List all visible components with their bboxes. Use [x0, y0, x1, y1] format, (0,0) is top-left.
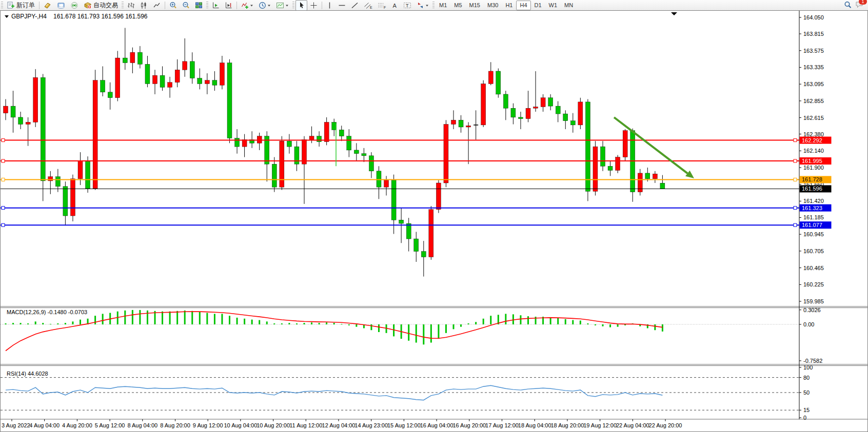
- text-label-tool-button[interactable]: T: [401, 0, 414, 11]
- autotrading-button[interactable]: 自动交易: [81, 0, 121, 11]
- equidistant-channel-tool-button[interactable]: E: [361, 0, 375, 11]
- candlestick-chart-button[interactable]: [137, 0, 150, 11]
- line-handle[interactable]: [794, 159, 797, 162]
- chart-shift-marker-icon[interactable]: [671, 12, 677, 15]
- new-order-button[interactable]: 新订单: [4, 0, 37, 11]
- fibonacci-tool-button[interactable]: F: [375, 0, 389, 11]
- svg-text:161.728: 161.728: [802, 176, 822, 182]
- toolbar-separator: [39, 2, 40, 9]
- time-axis-label: 4 Aug 04:00: [29, 422, 60, 428]
- annotations-layer[interactable]: [336, 117, 694, 178]
- history-center-button[interactable]: [41, 0, 54, 11]
- rsi-indicator-label: RSI(14) 44.6028: [7, 371, 48, 377]
- timeframe-button-m15[interactable]: M15: [466, 1, 484, 10]
- rsi-axis-tick: 15: [803, 407, 810, 413]
- auto-scroll-icon: [212, 2, 220, 9]
- timeframe-button-m1[interactable]: M1: [436, 1, 450, 10]
- timeframe-button-h4[interactable]: H4: [516, 1, 530, 10]
- tile-windows-button[interactable]: [192, 0, 205, 11]
- time-axis-label: 5 Aug 12:00: [95, 422, 125, 428]
- price-axis-tick: 161.420: [803, 198, 824, 204]
- indicators-button[interactable]: [239, 0, 256, 11]
- price-axis-tick: 160.225: [803, 281, 824, 287]
- search-icon[interactable]: [844, 1, 852, 9]
- zoom-in-button[interactable]: [167, 0, 180, 11]
- rsi-axis-tick: 80: [803, 375, 810, 381]
- vertical-line-tool-button[interactable]: [324, 0, 336, 11]
- periods-button[interactable]: [256, 0, 273, 11]
- toolbar-drag-handle[interactable]: [432, 2, 435, 9]
- chevron-down-icon: [425, 2, 429, 9]
- cursor-icon: [298, 2, 305, 9]
- trendline-icon: [351, 2, 359, 9]
- toolbar-drag-handle[interactable]: [1, 2, 3, 9]
- text-tool-button[interactable]: A: [389, 0, 401, 11]
- notification-badge: 1: [859, 0, 867, 5]
- symbol-dropdown-icon[interactable]: [5, 15, 9, 18]
- time-axis-label: 22 Aug 20:00: [649, 422, 682, 428]
- toolbar-separator: [236, 2, 237, 9]
- community-button[interactable]: [54, 0, 68, 11]
- cursor-tool-button[interactable]: [295, 0, 307, 11]
- price-axis-tick: 160.705: [803, 248, 824, 254]
- crosshair-tool-button[interactable]: [307, 0, 320, 11]
- time-axis-label: 15 Aug 12:00: [387, 422, 421, 428]
- tile-windows-icon: [195, 2, 203, 9]
- macd-axis-tick: 0.00: [803, 321, 814, 327]
- price-chart[interactable]: 164.050163.815163.575163.335163.095162.8…: [1, 11, 867, 431]
- clock-icon: [259, 2, 266, 9]
- time-axis-label: 4 Aug 20:00: [62, 422, 92, 428]
- line-handle[interactable]: [794, 178, 797, 181]
- line-handle[interactable]: [794, 139, 797, 142]
- line-handle[interactable]: [2, 207, 5, 210]
- vertical-line-icon: [326, 2, 333, 9]
- price-axis-tick: 161.900: [803, 164, 824, 171]
- timeframe-button-d1[interactable]: D1: [531, 1, 545, 10]
- timeframe-button-w1[interactable]: W1: [545, 1, 561, 10]
- toolbar-drag-handle[interactable]: [292, 2, 294, 9]
- rsi-axis-tick: 0: [803, 415, 806, 421]
- price-axis-tick: 160.945: [803, 231, 824, 237]
- timeframe-button-h1[interactable]: H1: [502, 1, 516, 10]
- line-handle[interactable]: [794, 207, 797, 210]
- line-handle[interactable]: [2, 223, 5, 227]
- templates-button[interactable]: [273, 0, 291, 11]
- community-icon: [57, 2, 65, 9]
- line-chart-button[interactable]: [150, 0, 163, 11]
- svg-text:E: E: [370, 6, 372, 9]
- line-chart-icon: [153, 2, 161, 9]
- price-axis-tick: 163.335: [803, 64, 824, 70]
- line-handle[interactable]: [2, 139, 5, 142]
- timeframe-button-m5[interactable]: M5: [450, 1, 465, 10]
- autotrading-icon: [84, 2, 92, 9]
- line-handle[interactable]: [2, 178, 5, 181]
- zoom-out-button[interactable]: [180, 0, 192, 11]
- svg-text:161.323: 161.323: [802, 205, 822, 211]
- timeframe-toolbar: M1M5M15M30H1H4D1W1MN: [436, 1, 577, 10]
- candles-layer: [4, 28, 665, 276]
- notifications-button[interactable]: 1: [855, 1, 864, 10]
- price-axis-tick: 159.985: [803, 298, 824, 304]
- bar-chart-button[interactable]: [125, 0, 137, 11]
- time-axis-label: 17 Aug 12:00: [485, 422, 519, 428]
- signals-button[interactable]: [68, 0, 81, 11]
- price-axis-tick: 162.380: [803, 131, 824, 137]
- rsi-axis-tick: 100: [803, 364, 813, 371]
- timeframe-button-m30[interactable]: M30: [484, 1, 502, 10]
- horizontal-line-tool-button[interactable]: [336, 0, 348, 11]
- chart-shift-button[interactable]: [222, 0, 235, 11]
- toolbar-drag-handle[interactable]: [122, 2, 124, 9]
- line-handle[interactable]: [2, 159, 5, 162]
- timeframe-button-mn[interactable]: MN: [561, 1, 577, 10]
- chart-shift-icon: [225, 2, 232, 9]
- auto-scroll-button[interactable]: [209, 0, 222, 11]
- arrows-icon: [417, 2, 424, 9]
- arrows-tool-button[interactable]: [414, 0, 431, 11]
- trendline-tool-button[interactable]: [348, 0, 361, 11]
- line-handle[interactable]: [794, 223, 797, 227]
- time-axis-label: 3 Aug 2022: [2, 422, 30, 428]
- horizontal-lines-layer[interactable]: [1, 139, 799, 227]
- price-axis-tick: 163.095: [803, 81, 824, 87]
- toolbar-drag-handle[interactable]: [206, 2, 208, 9]
- time-axis-label: 10 Aug 20:00: [257, 422, 290, 428]
